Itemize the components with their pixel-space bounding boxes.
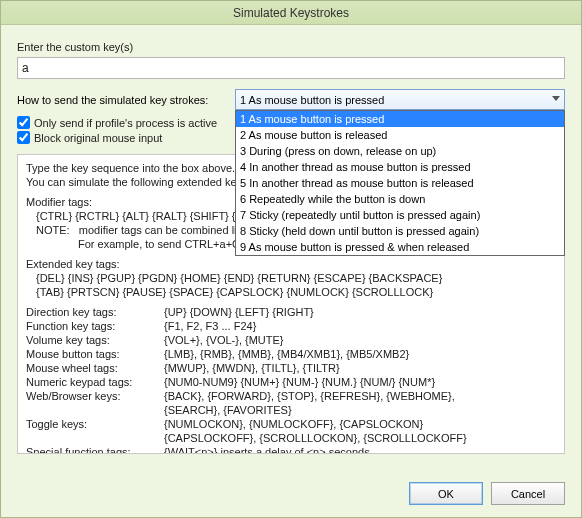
dropdown-option[interactable]: 7 Sticky (repeatedly until button is pre…: [236, 207, 564, 223]
send-method-combo[interactable]: 1 As mouse button is pressed 1 As mouse …: [235, 89, 565, 110]
special-tags-label: Special function tags:: [26, 445, 156, 454]
dropdown-option[interactable]: 4 In another thread as mouse button is p…: [236, 159, 564, 175]
dropdown-option[interactable]: 3 During (press on down, release on up): [236, 143, 564, 159]
volume-tags-label: Volume key tags:: [26, 333, 156, 347]
mouse-button-tags-label: Mouse button tags:: [26, 347, 156, 361]
custom-key-label: Enter the custom key(s): [17, 41, 565, 53]
web-tags: {BACK}, {FORWARD}, {STOP}, {REFRESH}, {W…: [164, 389, 556, 403]
web-tags: {SEARCH}, {FAVORITES}: [164, 403, 556, 417]
titlebar: Simulated Keystrokes: [1, 1, 581, 25]
dialog-window: Simulated Keystrokes Enter the custom ke…: [0, 0, 582, 518]
button-bar: OK Cancel: [1, 474, 581, 517]
mouse-button-tags: {LMB}, {RMB}, {MMB}, {MB4/XMB1}, {MB5/XM…: [164, 347, 556, 361]
chevron-down-icon: [552, 96, 560, 101]
numeric-tags: {NUM0-NUM9} {NUM+} {NUM-} {NUM.} {NUM/} …: [164, 375, 556, 389]
only-if-active-input[interactable]: [17, 116, 30, 129]
note-label: NOTE:: [36, 224, 70, 236]
custom-key-input[interactable]: [17, 57, 565, 79]
toggle-tags: {CAPSLOCKOFF}, {SCROLLLOCKON}, {SCROLLLO…: [164, 431, 556, 445]
volume-tags: {VOL+}, {VOL-}, {MUTE}: [164, 333, 556, 347]
dropdown-option[interactable]: 8 Sticky (held down until button is pres…: [236, 223, 564, 239]
extended-tags: {DEL} {INS} {PGUP} {PGDN} {HOME} {END} {…: [26, 271, 556, 285]
dropdown-option[interactable]: 2 As mouse button is released: [236, 127, 564, 143]
cancel-button[interactable]: Cancel: [491, 482, 565, 505]
direction-tags: {UP} {DOWN} {LEFT} {RIGHT}: [164, 305, 556, 319]
dropdown-option[interactable]: 6 Repeatedly while the button is down: [236, 191, 564, 207]
block-mouse-input[interactable]: [17, 131, 30, 144]
dialog-content: Enter the custom key(s) How to send the …: [1, 25, 581, 474]
web-tags-label: Web/Browser keys:: [26, 389, 156, 403]
toggle-tags-label: Toggle keys:: [26, 417, 156, 431]
toggle-tags: {NUMLOCKON}, {NUMLOCKOFF}, {CAPSLOCKON}: [164, 417, 556, 431]
dropdown-option[interactable]: 9 As mouse button is pressed & when rele…: [236, 239, 564, 255]
extended-tags: {TAB} {PRTSCN} {PAUSE} {SPACE} {CAPSLOCK…: [26, 285, 556, 299]
function-tags: {F1, F2, F3 ... F24}: [164, 319, 556, 333]
only-if-active-label: Only send if profile's process is active: [34, 117, 217, 129]
mouse-wheel-tags-label: Mouse wheel tags:: [26, 361, 156, 375]
ok-button[interactable]: OK: [409, 482, 483, 505]
send-method-dropdown: 1 As mouse button is pressed 2 As mouse …: [235, 110, 565, 256]
special-tags: {WAIT<n>} inserts a delay of <n> seconds…: [164, 445, 556, 454]
block-mouse-label: Block original mouse input: [34, 132, 162, 144]
window-title: Simulated Keystrokes: [233, 6, 349, 20]
send-method-label: How to send the simulated key strokes:: [17, 94, 227, 106]
numeric-tags-label: Numeric keypad tags:: [26, 375, 156, 389]
direction-tags-label: Direction key tags:: [26, 305, 156, 319]
dropdown-option[interactable]: 1 As mouse button is pressed: [236, 111, 564, 127]
mouse-wheel-tags: {MWUP}, {MWDN}, {TILTL}, {TILTR}: [164, 361, 556, 375]
dropdown-option[interactable]: 5 In another thread as mouse button is r…: [236, 175, 564, 191]
function-tags-label: Function key tags:: [26, 319, 156, 333]
extended-tags-head: Extended key tags:: [26, 257, 556, 271]
send-method-selected: 1 As mouse button is pressed: [240, 94, 384, 106]
